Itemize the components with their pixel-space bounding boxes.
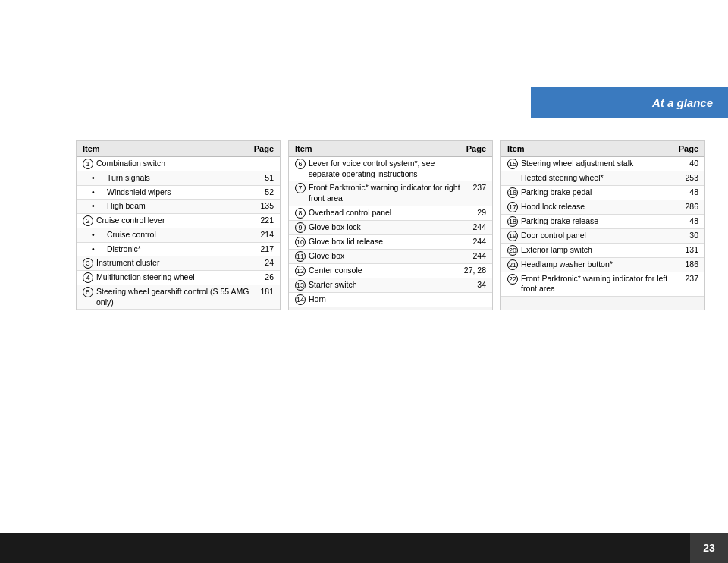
row-number: 20 (507, 245, 518, 256)
table-3-col-page: Page (679, 144, 698, 153)
row-page: 29 (463, 208, 486, 217)
row-text: Turn signals (107, 173, 251, 184)
table-row: •Cruise control214 (77, 228, 280, 243)
table-row: 11Glove box244 (289, 250, 492, 264)
row-text: Center console (309, 266, 463, 276)
row-text: Cruise control lever (96, 215, 251, 226)
table-1-header: Item Page (77, 141, 280, 157)
row-page: 48 (676, 187, 698, 197)
row-text: Exterior lamp switch (521, 245, 676, 256)
row-text: Starter switch (309, 280, 463, 291)
row-text: Steering wheel gearshift control (S 55 A… (96, 287, 251, 307)
row-page: 48 (676, 216, 698, 225)
row-number: 4 (83, 272, 93, 283)
table-3-header: Item Page (501, 141, 704, 157)
row-number: 16 (507, 187, 518, 198)
row-number: 19 (507, 231, 518, 241)
table-2-col-page: Page (466, 144, 486, 153)
row-text: Overhead control panel (309, 208, 463, 219)
table-row: 9Glove box lock244 (289, 221, 492, 235)
row-page: 52 (251, 187, 274, 197)
row-page: 253 (676, 173, 698, 182)
row-number: 7 (295, 183, 306, 193)
table-row: 6Lever for voice control system*, see se… (289, 157, 492, 181)
row-number: 14 (295, 294, 306, 305)
table-row: 10Glove box lid release244 (289, 235, 492, 250)
row-page: 51 (251, 173, 274, 182)
row-page: 27, 28 (463, 266, 486, 275)
page-number: 23 (690, 533, 728, 563)
row-number: 8 (295, 208, 306, 219)
table-row: 19Door control panel30 (501, 229, 704, 244)
row-text: Instrument cluster (96, 258, 251, 269)
row-text: Headlamp washer button* (521, 259, 676, 270)
row-text: Front Parktronic* warning indicator for … (521, 274, 676, 294)
row-number: 3 (83, 258, 93, 269)
table-row: 17Hood lock release286 (501, 200, 704, 215)
row-number: 12 (295, 266, 306, 276)
row-page: 237 (676, 274, 698, 283)
table-3: Item Page 15Steering wheel adjustment st… (500, 140, 705, 310)
row-text: Glove box lid release (309, 237, 463, 247)
table-row: •High beam135 (77, 200, 280, 214)
row-text: Cruise control (107, 230, 251, 241)
row-page: 221 (251, 215, 274, 225)
row-number: 13 (295, 280, 306, 291)
table-row: 14Horn (289, 293, 492, 307)
tables-container: Item Page 1Combination switch•Turn signa… (76, 140, 705, 310)
row-text: Parking brake pedal (521, 187, 676, 198)
bullet-icon: • (92, 230, 102, 239)
row-page: 131 (676, 245, 698, 254)
table-row: 3Instrument cluster24 (77, 256, 280, 271)
table-row: 16Parking brake pedal48 (501, 186, 704, 200)
row-page: 286 (676, 202, 698, 211)
table-row: 8Overhead control panel29 (289, 206, 492, 221)
row-page: 181 (251, 287, 274, 296)
row-number: 10 (295, 237, 306, 247)
row-page: 34 (463, 280, 486, 289)
row-number: 1 (83, 159, 93, 169)
table-row: 20Exterior lamp switch131 (501, 244, 704, 258)
row-page: 244 (463, 222, 486, 231)
table-row: •Turn signals51 (77, 171, 280, 186)
table-3-body: 15Steering wheel adjustment stalk40Heate… (501, 157, 704, 297)
table-1: Item Page 1Combination switch•Turn signa… (76, 140, 281, 310)
row-text: High beam (107, 201, 251, 212)
table-row: 12Center console27, 28 (289, 264, 492, 278)
row-text: Glove box lock (309, 222, 463, 233)
table-row: 7Front Parktronic* warning indicator for… (289, 181, 492, 206)
row-text: Steering wheel adjustment stalk (521, 159, 676, 169)
table-row: 1Combination switch (77, 157, 280, 171)
bullet-icon: • (92, 244, 102, 253)
table-1-col-page: Page (254, 144, 274, 153)
row-text: Glove box (309, 251, 463, 262)
row-page: 244 (463, 251, 486, 260)
table-row: 21Headlamp washer button*186 (501, 258, 704, 272)
bullet-icon: • (92, 173, 102, 182)
table-2: Item Page 6Lever for voice control syste… (288, 140, 493, 310)
row-page: 135 (251, 201, 274, 210)
row-number: 5 (83, 287, 93, 297)
row-number: 17 (507, 202, 518, 212)
table-row: •Distronic*217 (77, 243, 280, 257)
table-2-header: Item Page (289, 141, 492, 157)
table-2-col-item: Item (295, 144, 312, 153)
row-page: 217 (251, 244, 274, 253)
table-row: 18Parking brake release48 (501, 215, 704, 229)
at-a-glance-header: At a glance (531, 87, 728, 118)
row-number: 11 (295, 251, 306, 262)
row-text: Windshield wipers (107, 187, 251, 198)
row-page: 237 (463, 183, 486, 192)
row-text: Horn (309, 294, 463, 305)
table-row: 4Multifunction steering wheel26 (77, 271, 280, 285)
row-text: Combination switch (96, 159, 251, 169)
row-text: Distronic* (107, 244, 251, 255)
table-row: 22Front Parktronic* warning indicator fo… (501, 272, 704, 297)
row-number: 15 (507, 159, 518, 169)
table-1-body: 1Combination switch•Turn signals51•Winds… (77, 157, 280, 310)
table-row: •Windshield wipers52 (77, 186, 280, 200)
row-text: Door control panel (521, 231, 676, 241)
row-text: Heated steering wheel* (521, 173, 676, 184)
table-3-col-item: Item (507, 144, 525, 153)
row-number: 6 (295, 159, 306, 169)
